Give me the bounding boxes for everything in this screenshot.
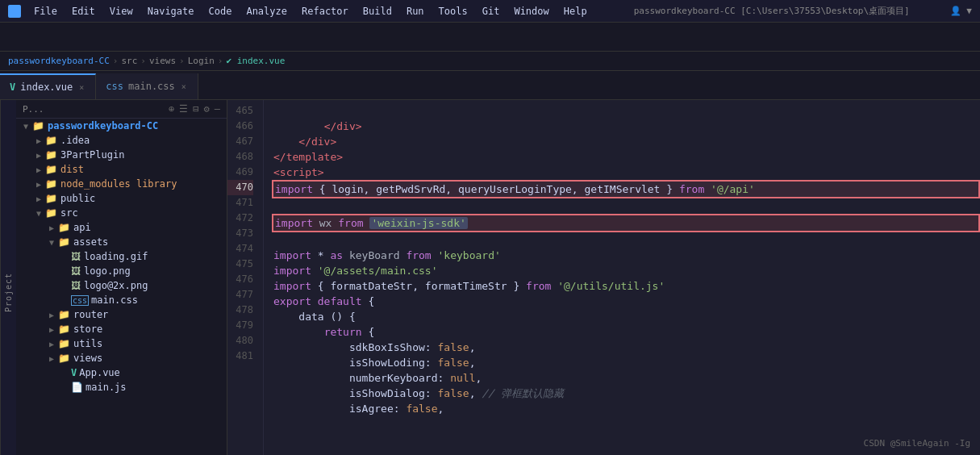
app-icon (8, 5, 21, 18)
sidebar-item-logo2x-png[interactable]: 🖼 logo@2x.png (16, 278, 227, 293)
menu-help[interactable]: Help (557, 4, 594, 19)
menu-edit[interactable]: Edit (65, 4, 102, 19)
file-icon-logo2x-png: 🖼 (71, 280, 81, 291)
sidebar-item-router[interactable]: ▶ 📁 router (16, 307, 227, 322)
project-panel-label: Project (0, 100, 16, 455)
folder-icon-api: 📁 (58, 222, 70, 233)
sidebar-item-logo2x-png-label: logo@2x.png (84, 280, 148, 291)
title-right: 👤 ▼ (950, 6, 972, 16)
file-icon-loading-gif: 🖼 (71, 251, 81, 262)
sync-icon[interactable]: ⊕ (169, 103, 174, 115)
tab-index-vue-label: index.vue (20, 81, 73, 93)
sidebar-item-app-vue[interactable]: V App.vue (16, 365, 227, 380)
code-line-471: import * as keyBoard from 'keyboard' (273, 249, 501, 261)
arrow-assets: ▼ (45, 238, 58, 247)
sidebar-item-3partplugin-label: 3PartPlugin (60, 149, 124, 161)
title-bar-left: File Edit View Navigate Code Analyze Ref… (8, 4, 594, 19)
sidebar-item-node-modules-label: node_modules library (60, 178, 177, 190)
menu-build[interactable]: Build (357, 4, 398, 19)
arrow-store: ▶ (45, 325, 58, 334)
tab-main-css-close[interactable]: × (180, 81, 188, 92)
sidebar-item-main-js[interactable]: 📄 main.js (16, 380, 227, 394)
watermark: CSDN @SmileAgain -Ig (864, 438, 970, 449)
code-container: 465 466 467 468 469 470 471 472 473 474 … (227, 100, 980, 455)
sidebar-item-src[interactable]: ▼ 📁 src (16, 206, 227, 220)
filter-icon[interactable]: ⊟ (193, 103, 198, 115)
menu-git[interactable]: Git (476, 4, 507, 19)
code-line-475: data () { (273, 311, 356, 323)
editor-area: 465 466 467 468 469 470 471 472 473 474 … (227, 100, 980, 455)
menu-items: File Edit View Navigate Code Analyze Ref… (27, 4, 594, 19)
user-icon[interactable]: 👤 ▼ (950, 6, 972, 16)
arrow-dist: ▶ (32, 165, 45, 174)
sidebar-item-loading-gif[interactable]: 🖼 loading.gif (16, 249, 227, 264)
file-icon-logo-png: 🖼 (71, 265, 81, 277)
arrow-idea: ▶ (32, 136, 45, 145)
line-numbers: 465 466 467 468 469 470 471 472 473 474 … (227, 100, 264, 455)
menu-code[interactable]: Code (202, 4, 239, 19)
sidebar-item-public-label: public (60, 193, 95, 204)
sidebar-header: P... ⊕ ☰ ⊟ ⚙ — (16, 100, 227, 119)
menu-tools[interactable]: Tools (432, 4, 474, 19)
folder-icon-idea: 📁 (45, 135, 57, 146)
sidebar-item-3partplugin[interactable]: ▶ 📁 3PartPlugin (16, 148, 227, 162)
sidebar-item-dist[interactable]: ▶ 📁 dist (16, 162, 227, 177)
folder-icon-router: 📁 (58, 309, 70, 320)
sidebar-item-app-vue-label: App.vue (79, 367, 120, 378)
sidebar-item-utils-label: utils (73, 338, 102, 349)
code-editor[interactable]: </div> </div> </template> <script> impor… (264, 100, 980, 455)
collapse-icon[interactable]: ☰ (179, 103, 188, 115)
sidebar-item-node-modules[interactable]: ▶ 📁 node_modules library (16, 177, 227, 191)
sidebar-item-assets[interactable]: ▼ 📁 assets (16, 235, 227, 249)
breadcrumb-views[interactable]: views (149, 56, 176, 66)
sidebar-item-store[interactable]: ▶ 📁 store (16, 322, 227, 336)
menu-run[interactable]: Run (400, 4, 431, 19)
code-line-481: isAgree: false, (273, 403, 444, 415)
sidebar-item-root[interactable]: ▼ 📁 passwordkeyboard-CC (16, 119, 227, 133)
window-title: passwordkeyboard-CC [C:\Users\37553\Desk… (634, 5, 910, 17)
code-line-468: <script> (273, 166, 324, 178)
breadcrumb-file[interactable]: ✔ index.vue (226, 56, 285, 66)
arrow-api: ▶ (45, 223, 58, 232)
arrow-src: ▼ (32, 209, 45, 218)
minimize-icon[interactable]: — (215, 103, 220, 115)
code-line-477: sdkBoxIsShow: false, (273, 341, 475, 353)
sidebar-item-assets-label: assets (73, 236, 108, 248)
menu-file[interactable]: File (27, 4, 64, 19)
folder-icon-utils: 📁 (58, 338, 70, 349)
sidebar-item-store-label: store (73, 324, 102, 335)
folder-icon-public: 📁 (45, 193, 57, 204)
settings-icon[interactable]: ⚙ (204, 103, 210, 115)
tab-index-vue[interactable]: V index.vue × (0, 73, 96, 99)
sidebar-item-public[interactable]: ▶ 📁 public (16, 191, 227, 206)
breadcrumb-project[interactable]: passwordkeyboard-CC (8, 56, 110, 66)
folder-icon-store: 📁 (58, 324, 70, 335)
breadcrumb-src[interactable]: src (121, 56, 137, 66)
sidebar-item-logo-png[interactable]: 🖼 logo.png (16, 264, 227, 278)
sidebar-item-main-css[interactable]: css main.css (16, 293, 227, 307)
sep2: › (140, 56, 146, 66)
code-line-472: import '@/assets/main.css' (273, 265, 438, 277)
css-icon: css (106, 81, 123, 92)
sidebar-project-label: P... (23, 104, 44, 115)
sidebar-item-views[interactable]: ▶ 📁 views (16, 351, 227, 365)
tab-index-vue-close[interactable]: × (77, 82, 85, 93)
folder-icon-3partplugin: 📁 (45, 149, 57, 161)
breadcrumb-login[interactable]: Login (188, 56, 215, 66)
sidebar-item-idea-label: .idea (60, 135, 90, 146)
sidebar-item-idea[interactable]: ▶ 📁 .idea (16, 133, 227, 148)
tab-main-css-label: main.css (128, 81, 175, 92)
sidebar-item-main-js-label: main.js (85, 382, 127, 393)
sidebar-item-src-label: src (60, 207, 78, 219)
menu-analyze[interactable]: Analyze (240, 4, 294, 19)
sidebar-item-utils[interactable]: ▶ 📁 utils (16, 336, 227, 351)
menu-window[interactable]: Window (507, 4, 555, 19)
menu-refactor[interactable]: Refactor (295, 4, 355, 19)
menu-view[interactable]: View (103, 4, 140, 19)
menu-navigate[interactable]: Navigate (141, 4, 201, 19)
tab-main-css[interactable]: css main.css × (96, 73, 198, 99)
sidebar-item-api[interactable]: ▶ 📁 api (16, 220, 227, 235)
folder-icon-root: 📁 (32, 120, 44, 131)
code-line-479: numberKeyboard: null, (273, 372, 482, 384)
sidebar-item-views-label: views (73, 353, 102, 364)
